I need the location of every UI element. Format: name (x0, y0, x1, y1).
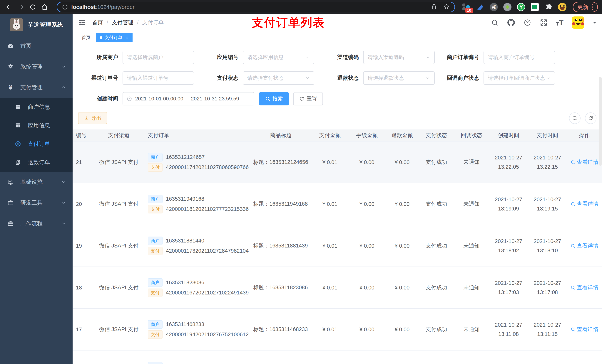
pay-status-select[interactable]: 请选择支付状态 (243, 71, 314, 85)
yen-icon: ¥ (7, 84, 14, 91)
url-path: :1024/pay/order (96, 4, 135, 10)
table-row[interactable]: 19 微信 JSAPI 支付 商户1635311881440 支付4200001… (73, 225, 602, 267)
sidebar-item-label: 基础设施 (20, 178, 43, 186)
font-size-icon[interactable]: TT (556, 19, 563, 27)
table-row[interactable]: 商户1635311351796 支付 (73, 350, 602, 364)
dashboard-icon (7, 42, 14, 49)
sidebar-item-payment[interactable]: ¥ 支付管理 (0, 77, 73, 98)
sidebar-item-merchant-info[interactable]: 商户信息 (0, 98, 73, 116)
callback-status-select[interactable]: 请选择订单回调商户状态 (484, 71, 555, 85)
back-icon[interactable] (4, 2, 14, 12)
view-detail-link[interactable]: 查看详情 (570, 200, 598, 208)
table-row[interactable]: 17 微信 JSAPI 支付 商户1635311468233 支付4200001… (73, 309, 602, 350)
chevron-down-icon (546, 76, 550, 81)
bookmark-star-icon[interactable] (443, 3, 450, 10)
extension-chat-icon[interactable] (531, 3, 539, 11)
export-button[interactable]: 导出 (78, 112, 107, 124)
orders-table: 编号 支付渠道 支付订单 商品标题 支付金额 手续金额 退款金额 支付状态 回调… (73, 129, 602, 364)
browser-menu-icon[interactable] (592, 4, 593, 10)
github-icon[interactable] (507, 19, 515, 26)
view-detail-link[interactable]: 查看详情 (570, 158, 598, 166)
briefcase-icon (7, 199, 14, 206)
table-row[interactable]: 18 微信 JSAPI 支付 商户1635311823086 支付4200001… (73, 267, 602, 309)
breadcrumb-home[interactable]: 首页 (92, 19, 103, 26)
forward-icon[interactable] (16, 2, 26, 12)
sidebar-item-app-info[interactable]: 应用信息 (0, 116, 73, 135)
chevron-down-icon (425, 55, 430, 60)
extension-blocks-icon[interactable]: 10 (462, 3, 471, 11)
tab-home[interactable]: 首页 (78, 33, 94, 42)
filter-pay-status: 支付状态 请选择支付状态 (198, 71, 319, 85)
reset-button[interactable]: 重置 (293, 92, 323, 105)
sidebar-item-dev-tools[interactable]: 研发工具 (0, 192, 73, 213)
breadcrumb-payment[interactable]: 支付管理 (112, 19, 133, 26)
reload-icon[interactable] (28, 2, 38, 12)
channel-order-no-input[interactable] (127, 75, 190, 81)
sidebar-item-label: 工作流程 (20, 220, 43, 227)
hamburger-icon[interactable] (78, 19, 86, 27)
sidebar-item-refund-order[interactable]: 退款订单 (0, 153, 73, 172)
user-avatar[interactable] (572, 16, 584, 29)
search-icon[interactable] (491, 19, 499, 26)
share-icon[interactable] (431, 3, 437, 10)
sidebar: 芋道管理系统 首页 系统管理 ¥ 支付管理 (0, 14, 73, 364)
col-notify: 回调状态 (454, 129, 489, 141)
date-range-picker[interactable]: 2021-10-01 00:00:00 - 2021-10-31 23:59:5… (123, 92, 254, 105)
field-label: 退款状态 (319, 74, 363, 82)
merchant-tag: 商户 (148, 320, 162, 329)
table-row[interactable]: 20 微信 JSAPI 支付 商户1635311949168 支付4200001… (73, 183, 602, 225)
col-amount: 支付金额 (311, 129, 348, 141)
filter-time-row: 创建时间 2021-10-01 00:00:00 - 2021-10-31 23… (78, 92, 596, 105)
date-end: 2021-10-31 23:59:59 (191, 96, 239, 102)
sidebar-item-label: 支付订单 (28, 140, 50, 148)
logo-rabbit-image (10, 18, 23, 31)
scrollbar-thumb[interactable] (599, 77, 602, 166)
sidebar-item-infrastructure[interactable]: 基础设施 (0, 172, 73, 192)
extension-emoji-avatar[interactable] (558, 3, 567, 11)
sidebar-item-home[interactable]: 首页 (0, 35, 73, 56)
help-icon[interactable] (524, 19, 531, 26)
site-info-icon[interactable] (62, 4, 68, 10)
tab-pay-order[interactable]: 支付订单 (96, 33, 133, 42)
table-refresh-button[interactable] (585, 113, 596, 124)
extension-dot-icon[interactable] (503, 3, 512, 11)
filter-callback-status: 回调商户状态 请选择订单回调商户状态 (439, 71, 559, 85)
sidebar-item-pay-order[interactable]: 支付订单 (0, 135, 73, 153)
pay-tag: 支付 (148, 330, 162, 339)
sidebar-item-system[interactable]: 系统管理 (0, 56, 73, 77)
col-paid: 支付时间 (528, 129, 567, 141)
extension-kite-icon[interactable] (476, 3, 484, 11)
chevron-down-icon (61, 200, 66, 205)
view-detail-link[interactable]: 查看详情 (570, 242, 598, 250)
view-detail-link[interactable]: 查看详情 (570, 284, 598, 291)
extension-y-icon[interactable]: Y (517, 3, 525, 11)
refund-status-select[interactable]: 请选择退款状态 (363, 71, 435, 85)
merchant-input[interactable] (127, 54, 190, 60)
chevron-down-icon (425, 76, 430, 81)
tags-view-bar: 首页 支付订单 (73, 31, 602, 44)
home-icon[interactable] (40, 2, 50, 12)
merchant-tag: 商户 (148, 153, 162, 161)
browser-chrome: localhost:1024/pay/order 10 ⌘ Y 更新 (0, 0, 602, 14)
search-button[interactable]: 搜索 (259, 92, 289, 105)
extension-command-icon[interactable]: ⌘ (489, 3, 498, 11)
logo-row[interactable]: 芋道管理系统 (0, 14, 73, 35)
app-no-select[interactable]: 请选择应用信息 (243, 51, 314, 64)
table-toolbar: 导出 (78, 112, 596, 124)
extension-puzzle-icon[interactable] (544, 3, 553, 11)
chevron-down-icon (61, 179, 66, 185)
sidebar-item-workflow[interactable]: 工作流程 (0, 213, 73, 234)
filter-channel-code: 渠道编码 请输入渠道编码 (319, 51, 439, 64)
browser-update-button[interactable]: 更新 (573, 2, 598, 12)
fullscreen-icon[interactable] (540, 19, 548, 26)
avatar-caret-icon[interactable] (593, 22, 596, 25)
filter-form: 所属商户 应用编号 请选择应用信息 渠道编码 请输入渠道编码 (78, 51, 596, 85)
merchant-order-no-input[interactable] (488, 54, 550, 60)
url-bar[interactable]: localhost:1024/pay/order (57, 2, 455, 12)
table-search-button[interactable] (569, 113, 580, 124)
tab-close-icon[interactable] (125, 35, 129, 40)
channel-code-select[interactable]: 请输入渠道编码 (363, 51, 435, 64)
view-detail-link[interactable]: 查看详情 (570, 326, 598, 333)
filter-refund-status: 退款状态 请选择退款状态 (319, 71, 439, 85)
table-row[interactable]: 21 微信 JSAPI 支付 商户1635312124657 支付4200001… (73, 141, 602, 183)
